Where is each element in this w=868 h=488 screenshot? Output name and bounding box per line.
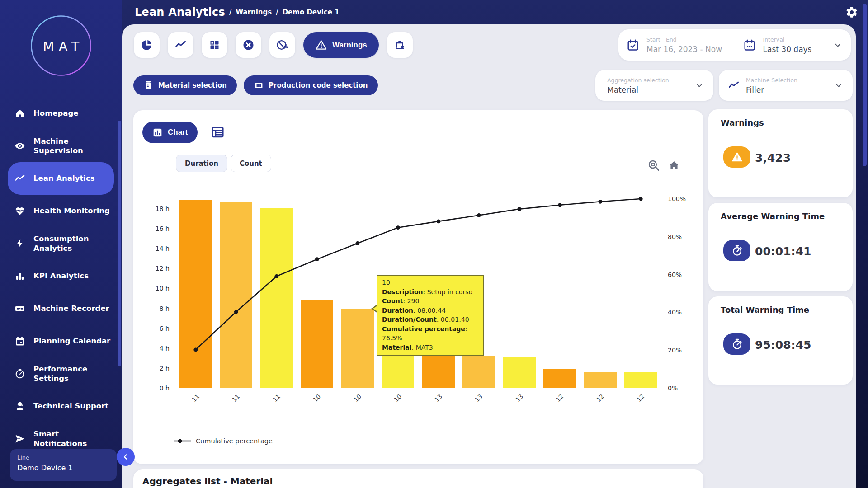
pareto-chart-card: Chart Duration Count 0 h2 h4 h6 h8 h10 h…	[133, 110, 703, 464]
x-axis-label: 13	[506, 393, 524, 411]
line-point[interactable]	[234, 310, 238, 314]
sidebar-item-performance-settings[interactable]: Performance Settings	[8, 357, 114, 390]
machine-select-value: Filler	[746, 85, 797, 94]
trend-icon	[728, 80, 740, 91]
toolbar-circle-x-button[interactable]	[236, 32, 261, 58]
kpi-value: 3,423	[755, 151, 791, 164]
date-range-field[interactable]: Start - End Mar 16, 2023 - Now	[618, 29, 735, 61]
legend-label: Cumulative percentage	[196, 437, 273, 445]
chart-view-tab[interactable]: Chart	[142, 122, 198, 143]
recorder-icon	[14, 303, 25, 314]
line-point[interactable]	[598, 200, 602, 204]
y-axis-label-percentage: 20%	[668, 347, 682, 354]
sidebar-item-machine-supervision[interactable]: Machine Supervision	[8, 130, 114, 162]
y-axis-label-duration: 2 h	[160, 365, 170, 372]
interval-label: Interval	[763, 36, 812, 43]
device-panel-label: Line	[17, 454, 109, 461]
tooltip-row: Count: 290	[382, 296, 479, 306]
sidebar-item-label: KPI Analytics	[33, 271, 114, 281]
topbar: Lean Analytics / Warnings / Demo Device …	[122, 0, 868, 24]
x-axis-label: 12	[547, 393, 565, 411]
table-view-button[interactable]	[210, 125, 225, 140]
sidebar-item-technical-support[interactable]: Technical Support	[8, 390, 114, 422]
interval-field[interactable]: Interval Last 30 days	[735, 29, 851, 61]
sidebar-collapse-button[interactable]	[117, 448, 135, 466]
breadcrumb-device[interactable]: Demo Device 1	[283, 8, 340, 16]
chevron-down-icon	[834, 80, 844, 90]
line-point[interactable]	[193, 348, 198, 352]
settings-button[interactable]	[845, 6, 858, 19]
aggregates-card: Aggregates list - Material	[133, 469, 703, 488]
y-axis-label-duration: 0 h	[160, 385, 170, 392]
sidebar-item-label: Health Monitoring	[33, 206, 114, 216]
toolbar-warnings-label: Warnings	[332, 41, 367, 50]
calendar-dots-icon	[743, 39, 756, 52]
line-point[interactable]	[639, 197, 643, 201]
bolt-icon	[14, 238, 25, 249]
tooltip-arrow	[373, 305, 378, 312]
metric-tabs: Duration Count	[176, 155, 271, 172]
sidebar-item-label: Consumption Analytics	[33, 234, 114, 253]
sidebar-item-planning-calendar[interactable]: Planning Calendar	[8, 325, 114, 357]
paper-plane-icon	[14, 433, 25, 444]
tooltip-row: Description: Setup in corso	[382, 287, 479, 297]
machine-select[interactable]: Machine Selection Filler	[719, 70, 853, 101]
sidebar-item-kpi-analytics[interactable]: KPI Analytics	[8, 260, 114, 292]
toolbar-pie-chart-button[interactable]	[134, 32, 160, 58]
sidebar-item-label: Smart Notifications	[33, 429, 114, 449]
kpi-badge	[723, 333, 750, 355]
toolbar-trend-button[interactable]	[168, 32, 193, 58]
breadcrumb-warnings[interactable]: Warnings	[236, 8, 272, 16]
tab-count[interactable]: Count	[231, 155, 271, 172]
y-axis-label-duration: 8 h	[160, 305, 170, 312]
calendar-check-icon	[627, 39, 639, 52]
aggregates-heading: Aggregates list - Material	[142, 476, 273, 487]
sidebar-item-label: Performance Settings	[33, 364, 114, 384]
production-code-selection-button[interactable]: Production code selection	[244, 75, 377, 95]
sidebar-item-health-monitoring[interactable]: Health Monitoring	[8, 195, 114, 227]
main-content: Warnings Start - End Mar 16, 2023 - Now …	[122, 24, 856, 488]
chart-legend[interactable]: Cumulative percentage	[173, 437, 273, 445]
aggregation-select[interactable]: Aggregation selection Material	[595, 70, 713, 101]
stopwatch-icon	[731, 338, 743, 350]
date-range-label: Start - End	[646, 36, 722, 43]
toolbar-warnings-button[interactable]: Warnings	[303, 32, 379, 58]
chart-tab-label: Chart	[168, 128, 188, 137]
sidebar-item-homepage[interactable]: Homepage	[8, 97, 114, 130]
sidebar-scrollbar[interactable]	[118, 121, 121, 366]
tooltip-row: Duration: 08:00:44	[382, 306, 479, 315]
logo-text: MAT	[30, 39, 92, 54]
machine-select-label: Machine Selection	[746, 77, 797, 84]
chevron-left-icon	[121, 452, 130, 461]
sidebar-item-lean-analytics[interactable]: Lean Analytics	[8, 162, 114, 195]
line-point[interactable]	[315, 257, 319, 261]
line-point[interactable]	[517, 207, 521, 211]
reset-home-icon[interactable]	[668, 159, 680, 172]
page-scrollbar[interactable]	[863, 4, 867, 166]
line-point[interactable]	[355, 241, 359, 245]
sidebar-item-consumption-analytics[interactable]: Consumption Analytics	[8, 227, 114, 260]
line-point[interactable]	[477, 213, 481, 217]
material-selection-button[interactable]: Material selection	[133, 75, 237, 95]
zoom-box-icon[interactable]	[647, 159, 660, 172]
line-point[interactable]	[558, 203, 562, 207]
toolbar-bag-x-button[interactable]	[387, 32, 413, 58]
toolbar-qr-grid-button[interactable]	[202, 32, 227, 58]
heart-pulse-icon	[14, 206, 25, 216]
view-toolbar: Warnings	[134, 32, 413, 58]
tooltip-row: Cumulative percentage: 76.5%	[382, 324, 479, 343]
line-point[interactable]	[436, 220, 440, 224]
line-point[interactable]	[396, 225, 400, 230]
bag-x-icon	[394, 39, 406, 51]
x-axis-label: 11	[183, 393, 201, 411]
material-icon	[143, 80, 153, 90]
pareto-plot: 11111110101013131312121210Description: S…	[175, 199, 661, 388]
toolbar-no-data-button[interactable]	[269, 32, 295, 58]
device-panel[interactable]: Line Demo Device 1	[10, 449, 117, 481]
sidebar-item-machine-recorder[interactable]: Machine Recorder	[8, 292, 114, 325]
kpi-value: 00:01:41	[755, 245, 811, 258]
tab-duration[interactable]: Duration	[176, 155, 227, 172]
calendar-icon	[14, 336, 25, 347]
line-point[interactable]	[274, 274, 278, 278]
x-axis-label: 12	[587, 393, 605, 411]
